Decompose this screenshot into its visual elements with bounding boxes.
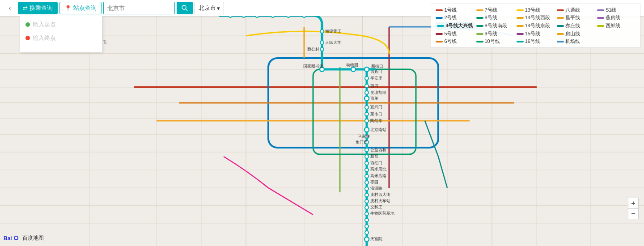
batong-color — [557, 9, 564, 11]
line4-label: 4号线大兴线 — [445, 22, 473, 29]
legend-panel: 1号线 7号线 13号线 八通线 S1线 2号线 8号线 14号线西段 — [431, 4, 640, 48]
legend-item-line13[interactable]: 13号线 — [517, 7, 555, 13]
start-placeholder-label: 输入起点 — [33, 21, 56, 29]
back-button[interactable]: ‹ — [4, 2, 16, 14]
yanfang-label: 燕房线 — [606, 14, 620, 21]
legend-item-line14w[interactable]: 14号线西段 — [517, 14, 555, 21]
svg-point-46 — [364, 67, 369, 72]
svg-text:西单: 西单 — [370, 96, 378, 101]
line9-color — [476, 33, 483, 35]
route-query-tab[interactable]: ⇄ 换乘查询 — [18, 2, 58, 14]
svg-text:陶然亭: 陶然亭 — [370, 119, 382, 123]
end-placeholder-label: 输入终点 — [33, 34, 56, 42]
changping-color — [557, 17, 564, 19]
legend-item-line6[interactable]: 6号线 — [436, 38, 474, 45]
legend-item-s1[interactable]: S1线 — [597, 7, 636, 13]
legend-item-line15[interactable]: 15号线 — [517, 30, 555, 37]
yanfang-color — [597, 17, 604, 19]
svg-point-45 — [351, 67, 356, 72]
xijiao-color — [597, 25, 604, 27]
svg-text:北京南站: 北京南站 — [370, 127, 386, 132]
svg-text:魏公村: 魏公村 — [307, 47, 319, 51]
legend-item-line1[interactable]: 1号线 — [436, 7, 474, 13]
legend-item-line2[interactable]: 2号线 — [436, 14, 474, 21]
legend-item-line10[interactable]: 10号线 — [476, 38, 515, 45]
station-query-label: 站点查询 — [73, 4, 97, 12]
svg-text:天宫院: 天宫院 — [370, 237, 382, 241]
legend-item-line14e[interactable]: 14号线东段 — [517, 22, 555, 30]
svg-point-66 — [365, 206, 369, 209]
legend-item-line8s[interactable]: 8号线南段 — [476, 22, 515, 30]
line15-label: 15号线 — [525, 30, 540, 37]
line10-label: 10号线 — [485, 38, 500, 45]
legend-item-yanfang[interactable]: 燕房线 — [597, 14, 636, 21]
svg-point-52 — [365, 112, 369, 116]
svg-text:庞村火车站: 庞村火车站 — [370, 199, 390, 203]
svg-text:平安里: 平安里 — [370, 76, 382, 81]
zoom-in-button[interactable]: + — [628, 198, 639, 208]
legend-item-xijiao[interactable]: 西郊线 — [597, 22, 636, 30]
chevron-down-icon: ▾ — [217, 5, 220, 12]
svg-point-65 — [365, 199, 369, 203]
zoom-controls: + − — [628, 198, 639, 219]
line5-color — [436, 33, 443, 35]
svg-text:Bai: Bai — [4, 235, 12, 242]
baidu-logo: Bai 百度地图 — [4, 233, 44, 242]
svg-point-42 — [320, 30, 324, 33]
svg-point-109 — [182, 5, 186, 9]
legend-item-line4[interactable]: 4号线大兴线 — [436, 22, 474, 30]
line16-color — [517, 41, 524, 42]
svg-point-71 — [364, 237, 369, 242]
line13-color — [517, 9, 524, 11]
legend-item-changping[interactable]: 昌平线 — [557, 14, 595, 21]
svg-point-51 — [365, 106, 369, 109]
svg-point-48 — [365, 84, 369, 88]
baidu-logo-icon: Bai — [4, 233, 21, 242]
route-input-panel: 输入起点 输入终点 ⇅ — [20, 16, 102, 52]
line5-label: 5号线 — [444, 30, 457, 37]
svg-text:义和庄: 义和庄 — [370, 205, 382, 209]
city-selector[interactable]: 北京市 ▾ — [195, 2, 224, 14]
swap-icon: ⇅ — [103, 39, 107, 45]
legend-item-line7[interactable]: 7号线 — [476, 7, 515, 13]
legend-item-line5[interactable]: 5号线 — [436, 30, 474, 37]
search-button[interactable] — [177, 2, 193, 14]
svg-point-62 — [365, 181, 369, 184]
legend-item-batong[interactable]: 八通线 — [557, 7, 595, 13]
swap-button[interactable]: ⇅ — [101, 38, 110, 47]
station-icon: 📍 — [64, 5, 72, 12]
svg-point-69 — [365, 225, 369, 228]
search-input[interactable] — [103, 2, 175, 14]
line2-color — [436, 17, 443, 19]
zoom-out-button[interactable]: − — [628, 208, 639, 219]
svg-text:高米店南: 高米店南 — [370, 174, 386, 178]
svg-text:西直门: 西直门 — [370, 69, 382, 74]
s1-label: S1线 — [606, 7, 616, 13]
svg-text:新宫: 新宫 — [370, 154, 378, 158]
svg-text:西四: 西四 — [370, 84, 378, 88]
svg-text:国家图书馆: 国家图书馆 — [303, 64, 323, 68]
legend-item-line9[interactable]: 9号线 — [476, 30, 515, 37]
station-query-tab[interactable]: 📍 站点查询 — [59, 2, 102, 14]
svg-point-63 — [365, 187, 369, 191]
svg-point-43 — [320, 41, 324, 44]
svg-point-113 — [15, 237, 17, 239]
svg-point-68 — [365, 218, 369, 222]
fangshan-color — [557, 33, 564, 35]
legend-item-yizhuang[interactable]: 亦庄线 — [557, 22, 595, 30]
xijiao-label: 西郊线 — [606, 22, 620, 29]
line14e-label: 14号线东段 — [525, 22, 550, 29]
end-input-row: 输入终点 — [25, 34, 97, 42]
svg-text:人民大学: 人民大学 — [325, 40, 341, 45]
start-input-row: 输入起点 — [25, 21, 97, 29]
line14w-color — [517, 17, 524, 19]
legend-item-airport[interactable]: 机场线 — [557, 38, 595, 45]
svg-text:高米店北: 高米店北 — [370, 167, 386, 171]
legend-item-line16[interactable]: 16号线 — [517, 38, 555, 45]
svg-point-70 — [365, 231, 369, 234]
legend-item-fangshan[interactable]: 房山线 — [557, 30, 595, 37]
svg-point-58 — [365, 155, 369, 158]
start-dot-icon — [25, 22, 30, 27]
legend-item-line8[interactable]: 8号线 — [476, 14, 515, 21]
search-icon — [182, 5, 188, 11]
